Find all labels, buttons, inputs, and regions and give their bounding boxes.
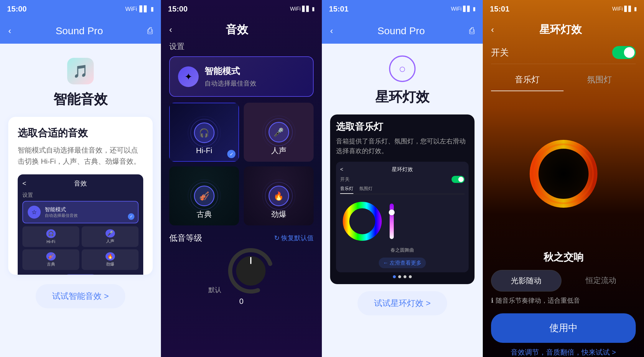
vocal-icon-ring: 🎤 (269, 122, 289, 143)
tabs-row-4: 音乐灯 氛围灯 (491, 69, 636, 91)
phone-check: ✓ (128, 213, 134, 220)
phone-smart-title: 智能模式 (45, 206, 78, 213)
bass-knob-area: 默认 (169, 247, 314, 294)
dots-indicator (336, 275, 469, 278)
card-title-1: 选取合适的音效 (18, 126, 143, 140)
status-time-3: 15:01 (329, 4, 349, 14)
panel1-content: 🎵 智能音效 选取合适的音效 智能模式自动选择最佳音效，还可以点击切换 Hi-F… (0, 44, 161, 357)
bass-knob[interactable] (227, 247, 274, 294)
swipe-hint-light: ← 左滑查看更多 (379, 258, 426, 268)
light-slider[interactable] (390, 204, 394, 239)
classic-icon-ring: 🎻 (194, 186, 215, 206)
mode-steady-btn[interactable]: 恒定流动 (566, 270, 636, 292)
restore-button[interactable]: ↻ 恢复默认值 (274, 234, 314, 243)
tab-ambient-light[interactable]: 氛围灯 (359, 186, 373, 194)
ring-visual-wrap (340, 198, 384, 245)
phone-hifi-item: 🎧 Hi-Fi (22, 226, 79, 247)
ring-large-svg (522, 132, 605, 215)
vocal-bg: 🎤 人声 (244, 103, 314, 162)
light-content-row (340, 198, 465, 245)
smart-mode-icon: ✦ (178, 66, 199, 87)
status-time-2: 15:00 (168, 4, 188, 14)
nav-title-1: Sound Pro (56, 25, 103, 37)
phone-swipe-hint-1: 左滑查看更多 (65, 274, 96, 275)
bass-bg: 🔥 劲爆 (244, 166, 314, 225)
phone-nav-1: 音效 (22, 179, 139, 188)
nav-title-2: 音效 (226, 22, 248, 37)
hifi-bg: 🎧 Hi-Fi ✓ (169, 103, 239, 162)
song-label: 春之圆舞曲 (340, 247, 465, 253)
bass-icon: 🔥 (106, 252, 115, 261)
bottom-hint-text: 音效调节，音质翻倍，快来试试 > (511, 348, 616, 357)
nav-title-4: 星环灯效 (539, 22, 582, 37)
dot-3 (403, 275, 406, 278)
try-sound-button[interactable]: 试试智能音效 > (36, 284, 125, 308)
light-card-desc: 音箱提供了音乐灯、氛围灯，您可以左右滑动选择喜欢的灯效。 (336, 136, 469, 156)
effect-vocal[interactable]: 🎤 人声 (244, 103, 314, 162)
smart-mode-card[interactable]: ✦ 智能模式 自动选择最佳音效 (169, 56, 314, 97)
back-button-3[interactable]: ‹ (330, 26, 333, 36)
light-phone-mockup: 星环灯效 开关 音乐灯 氛围灯 (336, 162, 469, 272)
dot-4 (409, 275, 412, 278)
nav-bar-1: ‹ Sound Pro ⎙ (0, 18, 161, 44)
ring-icon-large: ○ (389, 55, 416, 82)
nav-title-3: Sound Pro (378, 25, 425, 37)
page-title-3: 星环灯效 (375, 88, 429, 106)
smart-icon: ☆ (28, 206, 41, 219)
light-toggle[interactable] (452, 176, 465, 183)
classic-icon: 🎻 (46, 252, 56, 261)
effects-grid: 🎧 Hi-Fi ✓ 🎤 人声 🎻 古典 🔥 (169, 103, 314, 225)
status-bar-1: 15:00 WiFi ▋▋ ▮ (0, 0, 161, 18)
panel3-content: ○ 星环灯效 选取音乐灯 音箱提供了音乐灯、氛围灯，您可以左右滑动选择喜欢的灯效… (322, 44, 483, 357)
wifi-icon-2: WiFi ▋▋ ▮ (290, 6, 315, 12)
share-button-3[interactable]: ⎙ (469, 26, 475, 36)
back-button-4[interactable]: ‹ (491, 24, 494, 35)
light-slider-col (387, 204, 396, 239)
phone-section-1: 设置 (22, 191, 139, 199)
light-tabs: 音乐灯 氛围灯 (340, 186, 465, 194)
feature-card-1: 选取合适的音效 智能模式自动选择最佳音效，还可以点击切换 Hi-Fi，人声、古典… (8, 117, 153, 275)
hifi-icon-ring: 🎧 (194, 122, 215, 143)
panel4-content: 开关 音乐灯 氛围灯 (483, 41, 644, 357)
music-note-icon: 🎵 (73, 64, 88, 78)
phone-vocal-item: 🎤 人声 (82, 226, 139, 247)
tab-music-4[interactable]: 音乐灯 (491, 69, 564, 91)
card-desc-1: 智能模式自动选择最佳音效，还可以点击切换 Hi-Fi，人声、古典、劲爆音效。 (18, 145, 143, 167)
effect-classic[interactable]: 🎻 古典 (169, 166, 239, 225)
panel2-content: 设置 ✦ 智能模式 自动选择最佳音效 🎧 Hi-Fi ✓ 🎤 人声 (161, 41, 322, 357)
phone-mockup-1: 音效 设置 ☆ 智能模式 自动选择最佳音效 ✓ 🎧 Hi-Fi (18, 174, 143, 275)
mode-follow-btn[interactable]: 光影随动 (491, 270, 561, 292)
ring-svg (340, 199, 384, 243)
light-phone-screen: 星环灯效 开关 音乐灯 氛围灯 (336, 162, 469, 272)
bottom-hint[interactable]: 音效调节，音质翻倍，快来试试 > (491, 348, 636, 357)
in-use-button[interactable]: 使用中 (491, 313, 636, 343)
status-bar-2: 15:00 WiFi ▋▋ ▮ (161, 0, 322, 18)
mode-desc-text: 随音乐节奏律动，适合重低音 (496, 296, 580, 305)
bass-value: 0 (169, 297, 314, 306)
mode-desc: ℹ 随音乐节奏律动，适合重低音 (491, 296, 636, 305)
battery-icon: ▮ (151, 5, 154, 12)
nav-bar-3: ‹ Sound Pro ⎙ (322, 18, 483, 44)
light-toggle-row: 开关 (340, 176, 465, 183)
tab-ambient-4[interactable]: 氛围灯 (564, 69, 636, 91)
tab-music-light[interactable]: 音乐灯 (340, 186, 353, 194)
toggle-4[interactable] (612, 46, 636, 59)
status-bar-3: 15:01 WiFi ▋▋ ▮ (322, 0, 483, 18)
section-label-2: 设置 (169, 41, 314, 52)
effect-hifi[interactable]: 🎧 Hi-Fi ✓ (169, 103, 239, 162)
effect-bass[interactable]: 🔥 劲爆 (244, 166, 314, 225)
share-button-1[interactable]: ⎙ (147, 26, 153, 36)
phone-smart-sub: 自动选择最佳音效 (45, 213, 78, 218)
light-phone-nav: 星环灯效 (340, 166, 465, 173)
smart-mode-title: 智能模式 (205, 65, 256, 77)
wifi-icon-3: WiFi ▋▋ ▮ (451, 6, 476, 12)
light-slider-thumb (389, 209, 395, 215)
back-button-1[interactable]: ‹ (8, 26, 11, 36)
try-light-button[interactable]: 试试星环灯效 > (358, 291, 447, 315)
panel-ring-light-detail: 15:01 WiFi ▋▋ ▮ ‹ 星环灯效 开关 音乐灯 氛围灯 (483, 0, 644, 357)
bass-eq-label: 低音等级 (169, 232, 202, 244)
phone-bass-item: 🔥 劲爆 (82, 249, 139, 270)
back-button-2[interactable]: ‹ (169, 24, 172, 35)
toggle-label-4: 开关 (491, 47, 509, 59)
info-icon: ℹ (491, 297, 493, 304)
